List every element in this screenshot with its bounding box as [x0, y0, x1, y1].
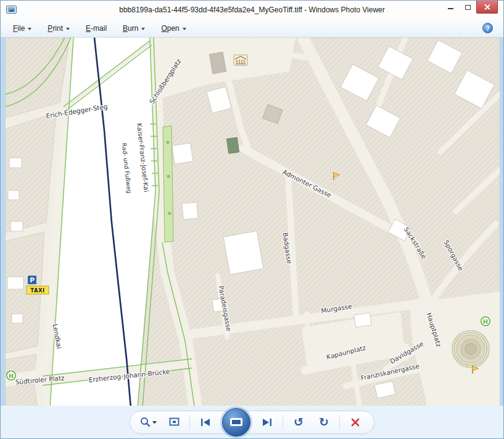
next-icon	[262, 417, 273, 427]
map-mound	[452, 330, 489, 367]
menu-file-rest: ile	[17, 24, 25, 33]
menu-email-rest: -mail	[91, 24, 107, 33]
delete-button[interactable]	[345, 413, 365, 432]
svg-text:H: H	[9, 372, 14, 379]
window-title: bbb8199a-da51-44f5-93dd-4f43e5fda2e4_MyG…	[1, 6, 503, 14]
dropdown-arrow-icon	[183, 28, 186, 30]
menu-email[interactable]: E-mail	[86, 24, 107, 33]
title-bar: bbb8199a-da51-44f5-93dd-4f43e5fda2e4_MyG…	[1, 1, 503, 19]
tram-stop-icon: H	[7, 371, 15, 380]
maximize-button[interactable]	[459, 1, 476, 14]
menu-burn-rest: urn	[128, 24, 138, 33]
toolbar-divider	[283, 415, 283, 430]
help-button[interactable]: ?	[482, 23, 493, 33]
fit-to-window-button[interactable]	[164, 413, 184, 432]
zoom-button[interactable]	[139, 413, 159, 432]
minimize-button[interactable]	[442, 1, 459, 14]
toolbar-divider	[189, 415, 190, 430]
menu-email-key: E	[86, 24, 91, 33]
close-icon	[484, 4, 490, 10]
menu-print-rest: rint	[52, 24, 63, 33]
menu-open-key: O	[161, 24, 167, 33]
map-park-strip	[163, 126, 173, 242]
svg-text:P: P	[30, 276, 35, 284]
menu-open-rest: pen	[167, 24, 180, 33]
play-slideshow-icon	[229, 417, 243, 427]
bottom-bar: ↺ ↻	[1, 406, 503, 438]
rotate-clockwise-icon: ↻	[319, 416, 329, 428]
geotiff-map-image: H H P TAXI Schloßbergplatz Erich-Edegger…	[6, 38, 500, 406]
menu-bar: File Print E-mail Burn Open ?	[1, 19, 503, 38]
svg-text:H: H	[483, 318, 488, 325]
close-button[interactable]	[476, 1, 498, 14]
play-slideshow-button[interactable]	[222, 408, 250, 437]
fit-to-window-icon	[168, 416, 180, 428]
tram-stop-icon: H	[481, 317, 490, 326]
photo-viewer-window: bbb8199a-da51-44f5-93dd-4f43e5fda2e4_MyG…	[0, 0, 504, 439]
museum-icon	[234, 55, 247, 65]
window-controls	[442, 1, 498, 14]
delete-icon	[350, 417, 360, 427]
magnifier-icon	[139, 416, 158, 428]
menu-file[interactable]: File	[13, 24, 31, 33]
minimize-icon	[448, 8, 453, 9]
menu-open[interactable]: Open	[161, 24, 186, 33]
menu-print[interactable]: Print	[48, 24, 70, 33]
viewer-toolbar: ↺ ↻	[130, 411, 374, 434]
viewer-content-area: H H P TAXI Schloßbergplatz Erich-Edegger…	[1, 38, 503, 406]
rotate-counterclockwise-button[interactable]: ↺	[289, 413, 308, 432]
toolbar-divider	[339, 415, 340, 430]
help-icon: ?	[485, 25, 490, 32]
svg-text:TAXI: TAXI	[30, 287, 44, 293]
previous-icon	[200, 417, 211, 427]
rotate-counterclockwise-icon: ↺	[294, 416, 304, 428]
menu-burn[interactable]: Burn	[123, 24, 145, 33]
previous-button[interactable]	[196, 413, 215, 432]
rotate-clockwise-button[interactable]: ↻	[314, 413, 334, 432]
maximize-icon	[465, 5, 471, 10]
next-button[interactable]	[257, 413, 277, 432]
dropdown-arrow-icon	[66, 28, 70, 30]
dropdown-arrow-icon	[28, 28, 31, 30]
dropdown-arrow-icon	[141, 28, 145, 30]
menu-burn-key: B	[123, 24, 128, 33]
